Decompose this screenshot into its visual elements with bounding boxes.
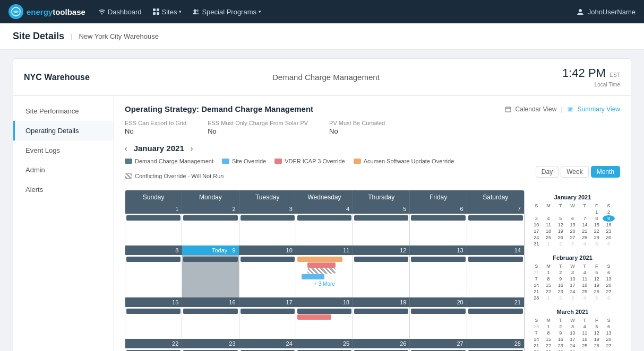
cell-jan17[interactable] [239, 307, 296, 339]
date-2[interactable]: 2 [182, 204, 239, 214]
current-time: 1:42 PM [562, 66, 606, 80]
calendar-view-btn[interactable]: Calendar View [516, 106, 557, 113]
nav-special-programs[interactable]: Special Programs ▾ [192, 8, 261, 16]
cell-jan9-today[interactable] [182, 255, 239, 297]
date-26[interactable]: 26 [353, 339, 410, 348]
sidebar-item-site-performance[interactable]: Site Performance [13, 101, 114, 121]
date-11[interactable]: 11 [296, 245, 353, 255]
cell-jan20[interactable] [410, 307, 467, 339]
cell-jan28[interactable] [467, 348, 524, 351]
cell-jan2[interactable] [182, 214, 239, 245]
breadcrumb: Site Details | New York City Warehouse [0, 23, 644, 50]
sidebar-item-event-logs[interactable]: Event Logs [13, 141, 114, 160]
date-5[interactable]: 5 [353, 204, 410, 214]
date-6[interactable]: 6 [410, 204, 467, 214]
cell-jan19[interactable] [353, 307, 410, 339]
cell-jan14[interactable] [467, 255, 524, 297]
cell-jan11[interactable]: + 3 More [296, 255, 353, 297]
cell-jan15[interactable] [125, 307, 182, 339]
card-body: Site Performance Operating Details Event… [13, 96, 631, 351]
logo[interactable]: energytoolbase [8, 4, 85, 19]
cell-jan10[interactable] [239, 255, 296, 297]
date-8[interactable]: 8 [125, 245, 182, 255]
legend-site-override: Site Override [222, 158, 266, 164]
cell-jan24[interactable] [239, 348, 296, 351]
op-header: Operating Strategy: Demand Charge Manage… [125, 104, 620, 113]
cell-jan3[interactable] [239, 214, 296, 245]
date-9-today[interactable]: Today 9 [182, 245, 239, 255]
date-10[interactable]: 10 [239, 245, 296, 255]
summary-view-icon [567, 106, 573, 112]
week3-content [125, 307, 524, 339]
col-sunday: Sunday [125, 190, 182, 204]
date-22[interactable]: 22 [125, 339, 182, 348]
date-25[interactable]: 25 [296, 339, 353, 348]
sidebar-item-admin[interactable]: Admin [13, 160, 114, 180]
date-16[interactable]: 16 [182, 297, 239, 307]
date-12[interactable]: 12 [353, 245, 410, 255]
date-20[interactable]: 20 [410, 297, 467, 307]
breadcrumb-title: Site Details [13, 31, 64, 42]
nav-user[interactable]: JohnUserName [576, 7, 636, 16]
sidebar-item-operating-details[interactable]: Operating Details [13, 121, 114, 141]
prev-month-btn[interactable]: ‹ [125, 144, 127, 153]
sidebar-item-alerts[interactable]: Alerts [13, 180, 114, 199]
calendar-main: Sunday Monday Tuesday Wednesday Thursday… [125, 190, 525, 351]
date-13[interactable]: 13 [410, 245, 467, 255]
week-view-btn[interactable]: Week [561, 166, 588, 178]
cell-jan4[interactable] [296, 214, 353, 245]
more-events-link[interactable]: + 3 More [296, 280, 353, 288]
date-21[interactable]: 21 [467, 297, 524, 307]
cell-jan16[interactable] [182, 307, 239, 339]
week3-date-strip: 15 16 17 18 19 20 21 [125, 297, 524, 307]
cell-jan27[interactable] [410, 348, 467, 351]
nav-dashboard[interactable]: Dashboard [98, 8, 142, 16]
top-nav: energytoolbase Dashboard Sites ▾ [0, 0, 644, 23]
nav-sites[interactable]: Sites ▾ [152, 8, 182, 16]
cell-jan6[interactable] [410, 214, 467, 245]
date-14[interactable]: 14 [467, 245, 524, 255]
mini-cal-march: March 2021 SMTWTFS 28 123 456 [530, 309, 615, 351]
legend-swatch-vder [274, 159, 282, 164]
date-23[interactable]: 23 [182, 339, 239, 348]
site-name: NYC Warehouse [24, 73, 90, 82]
mini-cal-jan-grid: SMTWTFS 1 2 [530, 203, 615, 247]
next-month-btn[interactable]: › [191, 144, 193, 153]
day-view-btn[interactable]: Day [536, 166, 559, 178]
cell-jan8[interactable] [125, 255, 182, 297]
date-15[interactable]: 15 [125, 297, 182, 307]
legend-dcm: Demand Charge Management [125, 158, 213, 164]
date-1[interactable]: 1 [125, 204, 182, 214]
svg-rect-2 [153, 8, 156, 11]
cell-jan22[interactable] [125, 348, 182, 351]
date-19[interactable]: 19 [353, 297, 410, 307]
date-4[interactable]: 4 [296, 204, 353, 214]
cell-jan25[interactable] [296, 348, 353, 351]
cell-jan21[interactable] [467, 307, 524, 339]
summary-view-btn[interactable]: Summary View [578, 106, 620, 113]
op-title: Operating Strategy: Demand Charge Manage… [125, 104, 313, 113]
week1-date-strip: 1 2 3 4 5 6 7 [125, 204, 524, 214]
cell-jan7[interactable] [467, 214, 524, 245]
cell-jan26[interactable] [353, 348, 410, 351]
date-17[interactable]: 17 [239, 297, 296, 307]
time-display: 1:42 PM EST Local Time [562, 66, 620, 88]
date-3[interactable]: 3 [239, 204, 296, 214]
cell-jan13[interactable] [410, 255, 467, 297]
breadcrumb-sub: New York City Warehouse [79, 32, 159, 40]
cell-jan5[interactable] [353, 214, 410, 245]
month-view-btn[interactable]: Month [591, 166, 620, 178]
cell-jan23[interactable] [182, 348, 239, 351]
date-28[interactable]: 28 [467, 339, 524, 348]
page-title: Demand Charge Management [272, 73, 380, 82]
date-27[interactable]: 27 [410, 339, 467, 348]
date-18[interactable]: 18 [296, 297, 353, 307]
special-programs-dropdown-arrow: ▾ [259, 9, 261, 14]
date-7[interactable]: 7 [467, 204, 524, 214]
people-icon [192, 8, 200, 15]
cell-jan18[interactable] [296, 307, 353, 339]
date-24[interactable]: 24 [239, 339, 296, 348]
cell-jan1[interactable] [125, 214, 182, 245]
mini-cal-feb-title: February 2021 [530, 255, 615, 261]
cell-jan12[interactable] [353, 255, 410, 297]
